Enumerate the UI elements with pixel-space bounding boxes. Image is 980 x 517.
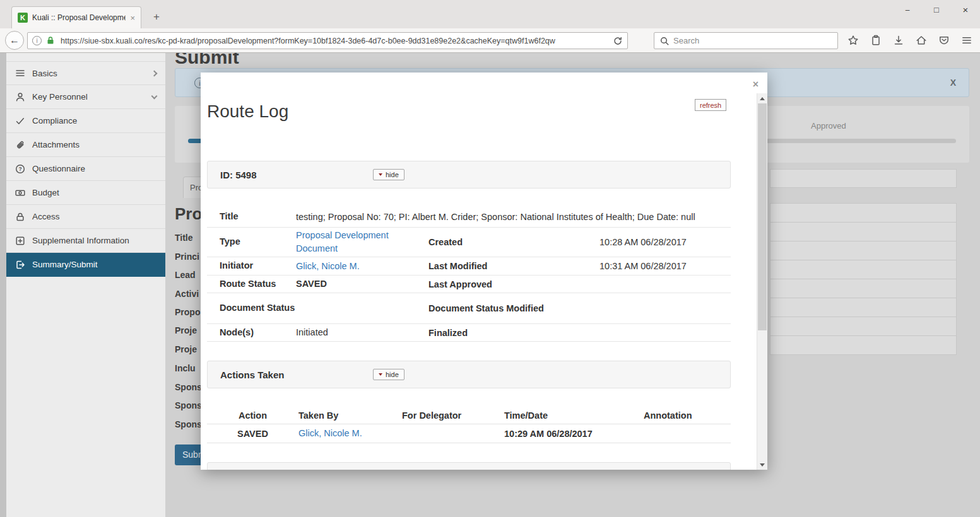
sidebar-item-supplemental-information[interactable]: Supplemental Information xyxy=(6,229,165,253)
sidebar-item-label: Key Personnel xyxy=(32,92,88,102)
sidebar-item-access[interactable]: Access xyxy=(6,205,165,229)
bookmarks-clipboard-icon[interactable] xyxy=(866,31,885,50)
menu-hamburger-icon[interactable] xyxy=(957,31,976,50)
scrollbar-thumb[interactable] xyxy=(758,103,767,330)
route-log-details: Title testing; Proposal No: 70; PI: Albe… xyxy=(207,206,731,342)
hide-button[interactable]: hide xyxy=(373,169,404,180)
caret-down-icon xyxy=(379,173,382,176)
tab-title: Kuali :: Proposal Developme xyxy=(32,13,126,22)
downloads-icon[interactable] xyxy=(889,31,908,50)
close-icon[interactable]: × xyxy=(753,79,759,90)
sidebar-item-label: Budget xyxy=(32,188,59,197)
taken-by-link[interactable]: Glick, Nicole M. xyxy=(298,428,362,438)
form-label: Inclu xyxy=(175,363,196,373)
search-input[interactable] xyxy=(673,36,832,45)
detail-row-type: Type Proposal Development Document Creat… xyxy=(207,228,731,257)
modal-scrollbar[interactable] xyxy=(757,93,767,470)
browser-toolbar-icons xyxy=(844,31,976,50)
form-label: Princi xyxy=(175,252,199,262)
detail-row-document-status: Document Status Document Status Modified xyxy=(207,293,731,324)
form-label: Propo xyxy=(175,307,200,317)
hide-button-label: hide xyxy=(386,371,399,378)
sidebar-item-summary-submit[interactable]: Summary/Submit xyxy=(6,253,165,277)
document-type-link[interactable]: Proposal Development Document xyxy=(296,230,389,253)
search-bar[interactable] xyxy=(654,32,838,49)
form-label: Proje xyxy=(175,344,197,354)
browser-navbar: ← i https://siue-sbx.kuali.co/res/kc-pd-… xyxy=(0,28,980,53)
sidebar-item-attachments[interactable]: Attachments xyxy=(6,133,165,157)
detail-row-route-status: Route Status SAVED Last Approved xyxy=(207,276,731,293)
sidebar-item-compliance[interactable]: Compliance xyxy=(6,109,165,133)
sidebar: Basics Key Personnel Compliance Attachme… xyxy=(6,53,165,517)
sidebar-item-label: Supplemental Information xyxy=(32,236,129,245)
sidebar-item-label: Basics xyxy=(32,69,57,78)
sidebar-item-label: Summary/Submit xyxy=(32,260,98,269)
form-label: Spons xyxy=(175,382,202,392)
home-icon[interactable] xyxy=(912,31,931,50)
sidebar-item-budget[interactable]: Budget xyxy=(6,181,165,205)
pocket-icon[interactable] xyxy=(935,31,953,50)
field-label: Initiator xyxy=(207,260,296,272)
window-controls: – □ × xyxy=(893,0,980,20)
maximize-button[interactable]: □ xyxy=(922,0,951,20)
column-header: Annotation xyxy=(644,410,731,421)
minimize-button[interactable]: – xyxy=(893,0,922,20)
actions-taken-section-header: Actions Taken hide xyxy=(207,361,731,388)
section-title: Actions Taken xyxy=(220,369,284,380)
detail-row-initiator: Initiator Glick, Nicole M. Last Modified… xyxy=(207,257,731,276)
sidebar-item-label: Questionnaire xyxy=(32,164,85,173)
lock-icon xyxy=(15,212,25,222)
form-label: Spons xyxy=(175,400,202,410)
column-header: Action xyxy=(207,410,298,421)
field-label: Document Status xyxy=(207,302,296,315)
column-header: Time/Date xyxy=(504,410,644,421)
dialog-title: Route Log xyxy=(207,102,288,122)
id-section-header: ID: 5498 hide xyxy=(207,161,731,189)
table-header-row: Action Taken By For Delegator Time/Date … xyxy=(207,407,731,424)
field-value: Initiated xyxy=(296,327,428,339)
new-tab-button[interactable]: + xyxy=(149,11,164,23)
caret-down-icon xyxy=(379,373,382,376)
url-text[interactable]: https://siue-sbx.kuali.co/res/kc-pd-krad… xyxy=(61,37,608,45)
route-log-dialog: × refresh Route Log ID: 5498 hide Title … xyxy=(201,73,767,470)
column-header: For Delegator xyxy=(402,410,504,421)
check-icon xyxy=(15,116,25,126)
svg-text:?: ? xyxy=(18,165,21,171)
back-button[interactable]: ← xyxy=(5,31,24,50)
page-info-icon[interactable]: i xyxy=(32,36,42,45)
list-icon xyxy=(15,68,25,78)
form-label: Title xyxy=(175,233,193,243)
browser-window: K Kuali :: Proposal Developme × + – □ × … xyxy=(0,0,980,517)
field-value: 10:28 AM 06/28/2017 xyxy=(599,237,731,247)
sidebar-item-basics[interactable]: Basics xyxy=(6,61,165,85)
sidebar-item-key-personnel[interactable]: Key Personnel xyxy=(6,85,165,109)
time-date-cell: 10:29 AM 06/28/2017 xyxy=(504,429,644,439)
refresh-button[interactable]: refresh xyxy=(695,99,726,111)
hide-button[interactable]: hide xyxy=(373,369,404,380)
initiator-link[interactable]: Glick, Nicole M. xyxy=(296,261,360,271)
close-window-button[interactable]: × xyxy=(951,0,980,20)
scroll-up-arrow[interactable] xyxy=(757,93,767,103)
scroll-down-arrow[interactable] xyxy=(757,460,767,470)
reload-icon[interactable] xyxy=(613,36,623,46)
field-label: Finalized xyxy=(428,328,599,338)
detail-row-title: Title testing; Proposal No: 70; PI: Albe… xyxy=(207,206,731,228)
page-title: Submit xyxy=(175,53,239,68)
browser-tab[interactable]: K Kuali :: Proposal Developme × xyxy=(11,6,141,28)
section-title: ID: 5498 xyxy=(220,170,257,180)
field-label: Route Status xyxy=(207,278,296,291)
alert-close-button[interactable]: X xyxy=(950,78,956,88)
actions-taken-table: Action Taken By For Delegator Time/Date … xyxy=(207,407,731,443)
tab-close-icon[interactable]: × xyxy=(130,13,135,23)
field-value: SAVED xyxy=(296,278,428,291)
url-bar[interactable]: i https://siue-sbx.kuali.co/res/kc-pd-kr… xyxy=(27,32,628,49)
bookmark-star-icon[interactable] xyxy=(844,31,863,50)
approved-step-label: Approved xyxy=(811,121,846,131)
kuali-favicon: K xyxy=(18,13,28,23)
sidebar-item-questionnaire[interactable]: ? Questionnaire xyxy=(6,157,165,181)
field-label: Last Approved xyxy=(428,279,599,289)
form-label: Spons xyxy=(175,419,202,429)
https-lock-icon xyxy=(46,36,56,46)
sign-out-icon xyxy=(15,260,25,270)
svg-text:K: K xyxy=(20,14,25,21)
